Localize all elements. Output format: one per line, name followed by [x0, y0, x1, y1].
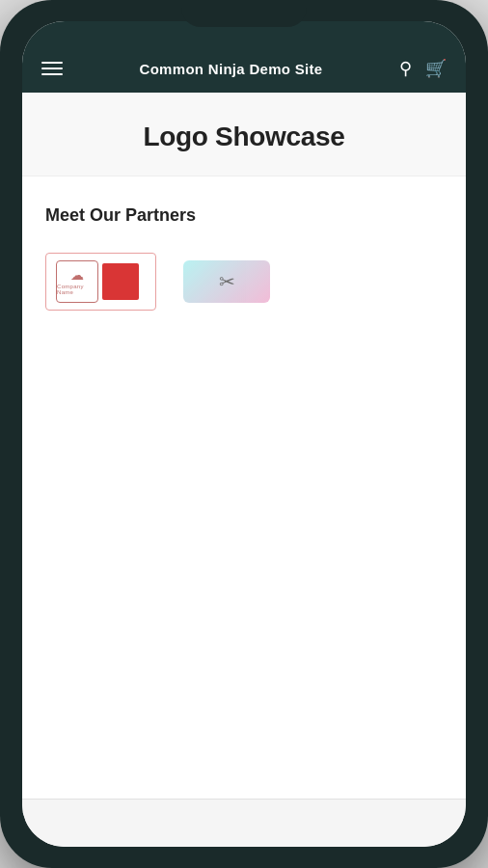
- hamburger-menu-button[interactable]: [41, 62, 63, 75]
- site-title: Common Ninja Demo Site: [140, 61, 323, 77]
- search-icon[interactable]: ⚲: [399, 58, 412, 79]
- hamburger-line-3: [41, 73, 63, 75]
- phone-notch: [181, 0, 307, 27]
- page-title-section: Logo Showcase: [22, 93, 466, 176]
- partner-logo-1: ☁ Company Name: [45, 253, 156, 311]
- company-name-text: Company Name: [57, 284, 97, 295]
- scissors-icon: ✂: [219, 270, 235, 293]
- navigation-bar: Common Ninja Demo Site ⚲ 🛒: [22, 21, 466, 93]
- hamburger-line-1: [41, 62, 63, 64]
- cloud-car-icon: ☁: [70, 268, 84, 282]
- red-square-element: [102, 263, 139, 300]
- header-action-icons: ⚲ 🛒: [399, 58, 447, 79]
- partners-section: Meet Our Partners ☁ Company Name ✂: [22, 176, 466, 330]
- phone-frame: Common Ninja Demo Site ⚲ 🛒 Logo Showcase…: [0, 0, 488, 868]
- logo1-icon-box: ☁ Company Name: [56, 260, 98, 303]
- hamburger-line-2: [41, 68, 63, 69]
- logos-row: ☁ Company Name ✂: [45, 253, 443, 311]
- cart-icon[interactable]: 🛒: [425, 58, 447, 79]
- page-title: Logo Showcase: [41, 122, 447, 152]
- partner-logo-2: ✂: [183, 260, 270, 303]
- bottom-bar: [22, 799, 466, 847]
- phone-screen: Common Ninja Demo Site ⚲ 🛒 Logo Showcase…: [22, 21, 466, 847]
- partners-heading: Meet Our Partners: [45, 205, 443, 226]
- page-content: Logo Showcase Meet Our Partners ☁ Compan…: [22, 93, 466, 799]
